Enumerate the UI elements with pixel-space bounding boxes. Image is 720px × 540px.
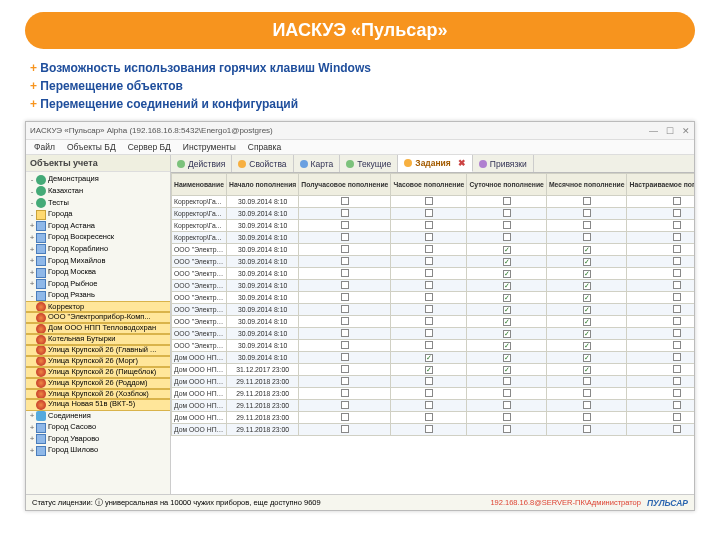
cell-checkbox[interactable]: [391, 424, 467, 436]
expander-icon[interactable]: +: [28, 244, 36, 256]
tree-node[interactable]: +Город Астана: [26, 220, 170, 232]
cell-checkbox[interactable]: [546, 292, 627, 304]
cell-checkbox[interactable]: [391, 352, 467, 364]
expander-icon[interactable]: +: [28, 267, 36, 279]
expander-icon[interactable]: +: [28, 220, 36, 232]
tree-node[interactable]: Улица Крупской 26 (Главный ...: [26, 345, 170, 356]
maximize-button[interactable]: ☐: [666, 126, 674, 136]
cell-checkbox[interactable]: [627, 316, 694, 328]
grid-row[interactable]: ООО "Электро...30.09.2014 8:101000: [172, 292, 695, 304]
tree-node[interactable]: Улица Крупской 26 (Хозблок): [26, 389, 170, 400]
cell-checkbox[interactable]: [546, 340, 627, 352]
cell-checkbox[interactable]: [299, 268, 391, 280]
cell-checkbox[interactable]: [627, 400, 694, 412]
menu-help[interactable]: Справка: [248, 142, 281, 152]
grid-row[interactable]: Корректор\Га...30.09.2014 8:101000: [172, 232, 695, 244]
tree-node[interactable]: +Город Уварово: [26, 433, 170, 445]
grid-row[interactable]: ООО "Электро...30.09.2014 8:101000: [172, 328, 695, 340]
cell-checkbox[interactable]: [391, 304, 467, 316]
cell-checkbox[interactable]: [467, 340, 546, 352]
cell-checkbox[interactable]: [546, 196, 627, 208]
cell-checkbox[interactable]: [546, 220, 627, 232]
cell-checkbox[interactable]: [627, 328, 694, 340]
tree-node[interactable]: ООО "Электроприбор-Комп...: [26, 312, 170, 323]
cell-checkbox[interactable]: [467, 220, 546, 232]
tab-Карта[interactable]: Карта: [294, 155, 341, 172]
cell-checkbox[interactable]: [299, 196, 391, 208]
cell-checkbox[interactable]: [299, 328, 391, 340]
cell-checkbox[interactable]: [391, 412, 467, 424]
grid-row[interactable]: ООО "Электро...30.09.2014 8:101000: [172, 256, 695, 268]
grid-header[interactable]: Часовое пополнение: [391, 174, 467, 196]
tree-node[interactable]: Котельная Бутырки: [26, 334, 170, 345]
expander-icon[interactable]: +: [28, 232, 36, 244]
cell-checkbox[interactable]: [467, 352, 546, 364]
tree-node[interactable]: -Город Рязань: [26, 290, 170, 302]
cell-checkbox[interactable]: [546, 388, 627, 400]
cell-checkbox[interactable]: [467, 364, 546, 376]
cell-checkbox[interactable]: [627, 304, 694, 316]
cell-checkbox[interactable]: [467, 316, 546, 328]
cell-checkbox[interactable]: [299, 208, 391, 220]
grid-header[interactable]: Месячное пополнение: [546, 174, 627, 196]
cell-checkbox[interactable]: [299, 292, 391, 304]
cell-checkbox[interactable]: [391, 292, 467, 304]
cell-checkbox[interactable]: [299, 400, 391, 412]
cell-checkbox[interactable]: [546, 232, 627, 244]
cell-checkbox[interactable]: [391, 316, 467, 328]
cell-checkbox[interactable]: [299, 316, 391, 328]
expander-icon[interactable]: -: [28, 290, 36, 302]
object-tree[interactable]: -Демонстрация-Казахстан-Тесты-Города+Гор…: [26, 172, 170, 494]
cell-checkbox[interactable]: [391, 220, 467, 232]
cell-checkbox[interactable]: [546, 316, 627, 328]
cell-checkbox[interactable]: [391, 280, 467, 292]
cell-checkbox[interactable]: [627, 268, 694, 280]
expander-icon[interactable]: -: [28, 209, 36, 221]
cell-checkbox[interactable]: [299, 364, 391, 376]
tree-node[interactable]: +Город Рыбное: [26, 278, 170, 290]
cell-checkbox[interactable]: [627, 280, 694, 292]
cell-checkbox[interactable]: [546, 244, 627, 256]
cell-checkbox[interactable]: [546, 256, 627, 268]
tree-node[interactable]: +Город Сасово: [26, 422, 170, 434]
expander-icon[interactable]: -: [28, 186, 36, 198]
expander-icon[interactable]: -: [28, 174, 36, 186]
cell-checkbox[interactable]: [627, 364, 694, 376]
menu-file[interactable]: Файл: [34, 142, 55, 152]
cell-checkbox[interactable]: [391, 268, 467, 280]
cell-checkbox[interactable]: [627, 196, 694, 208]
cell-checkbox[interactable]: [391, 208, 467, 220]
cell-checkbox[interactable]: [391, 400, 467, 412]
close-button[interactable]: ✕: [682, 126, 690, 136]
tree-node[interactable]: +Город Кораблино: [26, 244, 170, 256]
cell-checkbox[interactable]: [546, 328, 627, 340]
cell-checkbox[interactable]: [391, 328, 467, 340]
cell-checkbox[interactable]: [467, 412, 546, 424]
cell-checkbox[interactable]: [546, 208, 627, 220]
grid-row[interactable]: Дом ООО НПП Т...29.11.2018 23:000: [172, 412, 695, 424]
grid-row[interactable]: Дом ООО НПП Т...29.11.2018 23:000: [172, 388, 695, 400]
cell-checkbox[interactable]: [391, 376, 467, 388]
tab-Действия[interactable]: Действия: [171, 155, 232, 172]
grid-row[interactable]: ООО "Электро...30.09.2014 8:101000: [172, 268, 695, 280]
expander-icon[interactable]: +: [28, 278, 36, 290]
cell-checkbox[interactable]: [627, 232, 694, 244]
cell-checkbox[interactable]: [627, 340, 694, 352]
tree-node[interactable]: Улица Крупской 26 (Пищеблок): [26, 367, 170, 378]
tasks-grid[interactable]: НаименованиеНачало пополненияПолучасовое…: [171, 173, 694, 436]
tree-node[interactable]: -Тесты: [26, 197, 170, 209]
cell-checkbox[interactable]: [299, 424, 391, 436]
grid-row[interactable]: ООО "Электро...30.09.2014 8:101000: [172, 244, 695, 256]
cell-checkbox[interactable]: [467, 388, 546, 400]
cell-checkbox[interactable]: [546, 304, 627, 316]
cell-checkbox[interactable]: [627, 388, 694, 400]
tree-node[interactable]: Улица Крупской 26 (Морг): [26, 356, 170, 367]
tree-node[interactable]: Улица Новая 51в (ВКТ-5): [26, 399, 170, 410]
grid-row[interactable]: Корректор\Га...30.09.2014 8:101000: [172, 208, 695, 220]
tree-node[interactable]: +Город Воскресенск: [26, 232, 170, 244]
tree-node[interactable]: +Соединения: [26, 410, 170, 422]
cell-checkbox[interactable]: [467, 196, 546, 208]
cell-checkbox[interactable]: [467, 232, 546, 244]
cell-checkbox[interactable]: [627, 352, 694, 364]
tab-Привязки[interactable]: Привязки: [473, 155, 534, 172]
